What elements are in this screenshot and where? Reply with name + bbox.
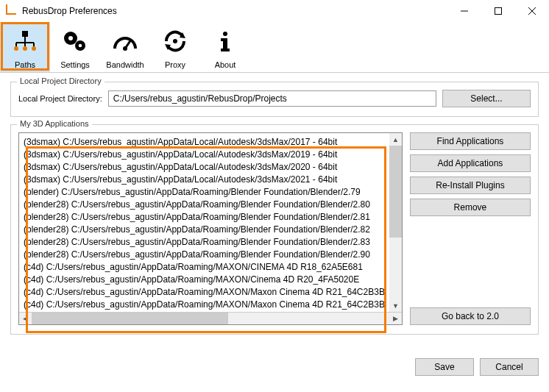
paths-icon: [12, 28, 38, 54]
close-button[interactable]: [515, 0, 549, 22]
toolbar-about[interactable]: About: [200, 22, 250, 72]
toolbar-paths[interactable]: Paths: [0, 22, 50, 72]
settings-icon: [62, 28, 88, 54]
list-item[interactable]: (3dsmax) C:/Users/rebus_agustin/AppData/…: [24, 136, 385, 149]
list-item[interactable]: (blender28) C:/Users/rebus_agustin/AppDa…: [24, 199, 385, 211]
list-item[interactable]: (blender28) C:/Users/rebus_agustin/AppDa…: [24, 211, 385, 224]
list-item[interactable]: (blender28) C:/Users/rebus_agustin/AppDa…: [24, 249, 385, 261]
svg-rect-4: [22, 31, 28, 37]
bandwidth-icon: [112, 28, 138, 54]
svg-point-11: [32, 46, 36, 51]
scroll-down-icon[interactable]: ▼: [389, 299, 402, 312]
list-item[interactable]: (c4d) C:/Users/rebus_agustin/AppData/Roa…: [24, 286, 385, 299]
window-title: RebusDrop Preferences: [22, 6, 447, 16]
my-3d-applications-group: My 3D Applications (3dsmax) C:/Users/reb…: [10, 124, 539, 335]
svg-point-16: [79, 44, 82, 48]
minimize-button[interactable]: [447, 0, 481, 22]
list-item[interactable]: (c4d) C:/Users/rebus_agustin/AppData/Roa…: [24, 261, 385, 274]
save-button[interactable]: Save: [415, 358, 474, 376]
list-item[interactable]: (3dsmax) C:/Users/rebus_agustin/AppData/…: [24, 161, 385, 174]
svg-rect-24: [221, 38, 225, 41]
local-project-directory-group: Local Project Directory Local Project Di…: [10, 82, 539, 117]
toolbar-item-label: Proxy: [165, 60, 185, 69]
titlebar: RebusDrop Preferences: [0, 0, 549, 22]
horizontal-scrollbar[interactable]: ◀ ▶: [19, 312, 402, 324]
toolbar-proxy[interactable]: Proxy: [150, 22, 200, 72]
svg-point-22: [223, 32, 227, 36]
svg-point-21: [173, 39, 177, 43]
svg-rect-1: [495, 7, 502, 14]
scroll-thumb[interactable]: [32, 313, 228, 324]
svg-point-18: [123, 46, 127, 51]
maximize-button[interactable]: [481, 0, 515, 22]
list-item[interactable]: (c4d) C:/Users/rebus_agustin/AppData/Roa…: [24, 299, 385, 311]
toolbar-item-label: Bandwidth: [106, 60, 144, 69]
scroll-up-icon[interactable]: ▲: [389, 133, 402, 146]
list-item[interactable]: (3dsmax) C:/Users/rebus_agustin/AppData/…: [24, 149, 385, 161]
cancel-button[interactable]: Cancel: [480, 358, 539, 376]
svg-point-10: [23, 46, 27, 51]
toolbar-item-label: Settings: [60, 60, 90, 69]
scroll-right-icon[interactable]: ▶: [389, 313, 402, 324]
reinstall-plugins-button[interactable]: Re-Install Plugins: [410, 177, 531, 194]
app-icon: [6, 4, 16, 15]
select-button[interactable]: Select...: [442, 90, 531, 107]
list-item[interactable]: (3dsmax) C:/Users/rebus_agustin/AppData/…: [24, 174, 385, 186]
scroll-thumb[interactable]: [389, 146, 402, 238]
toolbar: Paths Settings Bandwidth Proxy About: [0, 22, 549, 73]
applications-listbox[interactable]: (3dsmax) C:/Users/rebus_agustin/AppData/…: [18, 132, 403, 325]
svg-point-14: [68, 36, 73, 40]
vertical-scrollbar[interactable]: ▲ ▼: [389, 133, 402, 312]
local-dir-label: Local Project Directory:: [18, 94, 102, 103]
local-dir-input[interactable]: [108, 90, 436, 107]
find-applications-button[interactable]: Find Applications: [410, 132, 531, 150]
remove-button[interactable]: Remove: [410, 199, 531, 216]
list-item[interactable]: (blender) C:/Users/rebus_agustin/AppData…: [24, 186, 385, 199]
toolbar-item-label: About: [215, 60, 236, 69]
toolbar-bandwidth[interactable]: Bandwidth: [100, 22, 150, 72]
scroll-left-icon[interactable]: ◀: [19, 313, 32, 324]
toolbar-settings[interactable]: Settings: [50, 22, 100, 72]
go-back-button[interactable]: Go back to 2.0: [410, 307, 531, 325]
about-icon: [212, 28, 238, 54]
list-item[interactable]: (blender28) C:/Users/rebus_agustin/AppDa…: [24, 236, 385, 249]
proxy-icon: [162, 28, 188, 54]
svg-rect-25: [221, 49, 230, 51]
group-legend: Local Project Directory: [17, 76, 105, 85]
add-applications-button[interactable]: Add Applications: [410, 154, 531, 172]
toolbar-item-label: Paths: [15, 60, 35, 69]
list-item[interactable]: (c4d) C:/Users/rebus_agustin/AppData/Roa…: [24, 274, 385, 286]
svg-point-9: [14, 46, 18, 51]
list-item[interactable]: (blender28) C:/Users/rebus_agustin/AppDa…: [24, 224, 385, 236]
group-legend: My 3D Applications: [17, 119, 92, 128]
